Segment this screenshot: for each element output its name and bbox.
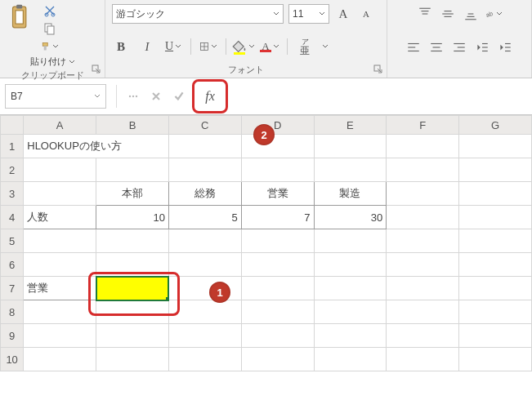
italic-button[interactable]: I bbox=[138, 38, 156, 56]
svg-rect-1 bbox=[16, 5, 22, 9]
cell[interactable]: 営業 bbox=[24, 277, 96, 300]
chevron-down-icon bbox=[52, 44, 59, 49]
fill-color-button[interactable] bbox=[235, 38, 253, 56]
col-header[interactable]: B bbox=[96, 116, 169, 135]
row-header[interactable]: 1 bbox=[1, 135, 24, 158]
cancel-entry-button[interactable] bbox=[145, 85, 168, 108]
cell[interactable]: 総務 bbox=[168, 182, 241, 206]
cell[interactable]: 5 bbox=[168, 206, 241, 229]
cell[interactable]: 製造 bbox=[314, 182, 387, 206]
col-header[interactable]: D bbox=[241, 116, 314, 135]
svg-point-41 bbox=[136, 96, 137, 97]
svg-rect-2 bbox=[16, 11, 23, 24]
dialog-launcher-icon[interactable] bbox=[92, 64, 101, 74]
row-header[interactable]: 6 bbox=[1, 253, 24, 277]
font-name-value: 游ゴシック bbox=[116, 7, 165, 21]
chevron-down-icon bbox=[211, 44, 217, 49]
underline-button[interactable]: U bbox=[164, 38, 182, 56]
orientation-button[interactable]: ab bbox=[485, 5, 503, 23]
font-color-swatch bbox=[260, 50, 271, 52]
chevron-down-icon bbox=[94, 94, 101, 99]
cell[interactable]: 営業 bbox=[241, 182, 314, 206]
cell[interactable]: 10 bbox=[96, 206, 169, 229]
select-all-corner[interactable] bbox=[1, 116, 24, 135]
confirm-entry-button[interactable] bbox=[168, 85, 190, 108]
chevron-down-icon bbox=[273, 44, 279, 49]
col-header[interactable]: E bbox=[314, 116, 387, 135]
cut-button[interactable] bbox=[41, 3, 59, 18]
increase-font-button[interactable]: A bbox=[334, 5, 352, 23]
svg-rect-6 bbox=[47, 26, 54, 34]
font-group-label: フォント bbox=[112, 62, 380, 76]
svg-point-39 bbox=[129, 96, 131, 97]
align-center-button[interactable] bbox=[427, 38, 445, 56]
name-box[interactable]: B7 bbox=[5, 84, 106, 109]
chevron-down-icon bbox=[248, 44, 255, 49]
align-left-button[interactable] bbox=[405, 38, 422, 56]
row-header[interactable]: 3 bbox=[1, 182, 24, 206]
copy-button[interactable] bbox=[41, 21, 59, 36]
format-painter-button[interactable] bbox=[41, 39, 59, 54]
spreadsheet-grid[interactable]: A B C D E F G 1 HLOOKUPの使い方 2 3 本部 総務 bbox=[0, 115, 532, 371]
annotation-badge: 2 bbox=[253, 124, 275, 145]
annotation-badge: 1 bbox=[209, 282, 230, 303]
align-middle-button[interactable] bbox=[439, 5, 457, 23]
row-header[interactable]: 9 bbox=[1, 324, 24, 348]
paste-label: 貼り付け bbox=[30, 56, 66, 68]
bold-button[interactable]: B bbox=[112, 38, 130, 56]
increase-indent-button[interactable] bbox=[496, 38, 514, 56]
phonetic-guide-button[interactable]: ア亜 bbox=[296, 38, 314, 56]
font-size-value: 11 bbox=[293, 8, 303, 20]
dialog-launcher-icon[interactable] bbox=[373, 64, 383, 74]
decrease-indent-button[interactable] bbox=[473, 38, 491, 56]
paste-button[interactable] bbox=[7, 3, 36, 39]
chevron-down-icon[interactable] bbox=[69, 60, 75, 64]
cell[interactable]: 本部 bbox=[96, 182, 169, 206]
chevron-down-icon bbox=[175, 44, 181, 49]
font-name-select[interactable]: 游ゴシック bbox=[112, 4, 284, 24]
fb-menu-icon[interactable] bbox=[122, 85, 145, 108]
svg-rect-8 bbox=[44, 46, 47, 50]
font-size-select[interactable]: 11 bbox=[288, 4, 329, 24]
decrease-font-button[interactable]: A bbox=[357, 5, 375, 23]
col-header[interactable]: F bbox=[387, 116, 459, 135]
row-header[interactable]: 8 bbox=[1, 300, 24, 324]
fx-icon: fx bbox=[205, 89, 215, 104]
align-bottom-button[interactable] bbox=[462, 5, 480, 23]
borders-button[interactable] bbox=[199, 38, 217, 56]
font-color-button[interactable]: A bbox=[261, 38, 279, 56]
chevron-down-icon[interactable] bbox=[322, 44, 329, 49]
align-top-button[interactable] bbox=[416, 5, 434, 23]
fill-color-swatch bbox=[234, 52, 245, 55]
svg-point-40 bbox=[132, 96, 134, 97]
col-header[interactable]: C bbox=[168, 116, 241, 135]
cell[interactable]: HLOOKUPの使い方 bbox=[24, 135, 169, 158]
insert-function-button[interactable]: fx bbox=[192, 79, 228, 113]
cell[interactable]: 30 bbox=[314, 206, 387, 229]
cell[interactable]: 7 bbox=[241, 206, 314, 229]
row-header[interactable]: 7 bbox=[1, 277, 24, 300]
clipboard-group-label: クリップボード bbox=[7, 68, 98, 82]
row-header[interactable]: 2 bbox=[1, 158, 24, 182]
annotation-ring bbox=[88, 272, 180, 316]
col-header[interactable]: G bbox=[459, 116, 532, 135]
svg-rect-7 bbox=[42, 43, 47, 47]
svg-text:ab: ab bbox=[485, 10, 494, 19]
row-header[interactable]: 4 bbox=[1, 206, 24, 229]
name-box-value: B7 bbox=[11, 91, 23, 102]
row-header[interactable]: 10 bbox=[1, 348, 24, 371]
chevron-down-icon bbox=[319, 11, 325, 16]
chevron-down-icon bbox=[273, 11, 279, 16]
row-header[interactable]: 5 bbox=[1, 229, 24, 253]
cell[interactable]: 人数 bbox=[24, 206, 96, 229]
col-header[interactable]: A bbox=[24, 116, 96, 135]
align-right-button[interactable] bbox=[450, 38, 468, 56]
